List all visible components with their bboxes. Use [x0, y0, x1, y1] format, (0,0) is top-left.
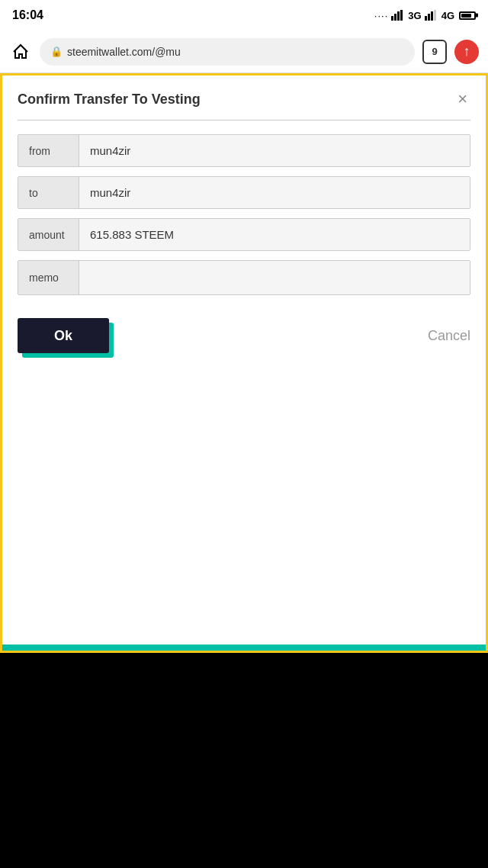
ok-button-wrapper: Ok [18, 318, 109, 353]
signal-bars-icon [391, 10, 405, 21]
from-label: from [18, 135, 79, 166]
signal-dots-icon: ···· [374, 10, 388, 21]
svg-rect-4 [425, 16, 427, 21]
bottom-teal-bar [2, 645, 486, 651]
amount-row: amount 615.883 STEEM [18, 218, 470, 251]
tab-count-button[interactable]: 9 [422, 40, 447, 64]
svg-rect-5 [428, 14, 430, 21]
ok-button[interactable]: Ok [18, 318, 109, 353]
status-time: 16:04 [12, 8, 43, 22]
signal-bars-2-icon [425, 10, 438, 21]
status-bar: 16:04 ···· 3G 4G [0, 0, 488, 31]
dialog-title-row: Confirm Transfer To Vesting × [18, 91, 470, 108]
to-row: to mun4zir [18, 176, 470, 209]
lock-icon: 🔒 [50, 46, 63, 57]
svg-rect-2 [397, 11, 400, 21]
url-text: steemitwallet.com/@mu [67, 46, 181, 58]
home-icon [11, 43, 30, 61]
amount-value: 615.883 STEEM [79, 219, 470, 250]
svg-rect-1 [394, 14, 396, 21]
url-bar[interactable]: 🔒 steemitwallet.com/@mu [40, 38, 415, 66]
network-4g: 4G [441, 10, 454, 21]
home-button[interactable] [9, 40, 32, 63]
svg-rect-3 [400, 10, 403, 21]
dialog-divider [18, 120, 470, 121]
svg-rect-6 [431, 11, 433, 21]
network-3g: 3G [408, 10, 421, 21]
browser-bar: 🔒 steemitwallet.com/@mu 9 ↑ [0, 31, 488, 73]
svg-rect-7 [434, 10, 436, 21]
from-row: from mun4zir [18, 134, 470, 167]
browser-content: Confirm Transfer To Vesting × from mun4z… [0, 73, 488, 653]
amount-label: amount [18, 219, 79, 250]
upload-arrow-icon: ↑ [464, 44, 470, 58]
close-button[interactable]: × [454, 91, 470, 108]
cancel-button[interactable]: Cancel [428, 328, 470, 344]
battery-icon [459, 11, 476, 20]
upload-button[interactable]: ↑ [454, 40, 479, 64]
status-icons: ···· 3G 4G [374, 10, 476, 21]
button-row: Ok Cancel [18, 318, 470, 353]
memo-value [79, 261, 470, 294]
to-value: mun4zir [79, 177, 470, 208]
from-value: mun4zir [79, 135, 470, 166]
dialog-title: Confirm Transfer To Vesting [18, 92, 201, 108]
to-label: to [18, 177, 79, 208]
memo-row: memo [18, 260, 470, 295]
dialog: Confirm Transfer To Vesting × from mun4z… [2, 76, 486, 533]
svg-rect-0 [391, 16, 393, 21]
memo-label: memo [18, 261, 79, 294]
below-browser-area [0, 653, 488, 805]
